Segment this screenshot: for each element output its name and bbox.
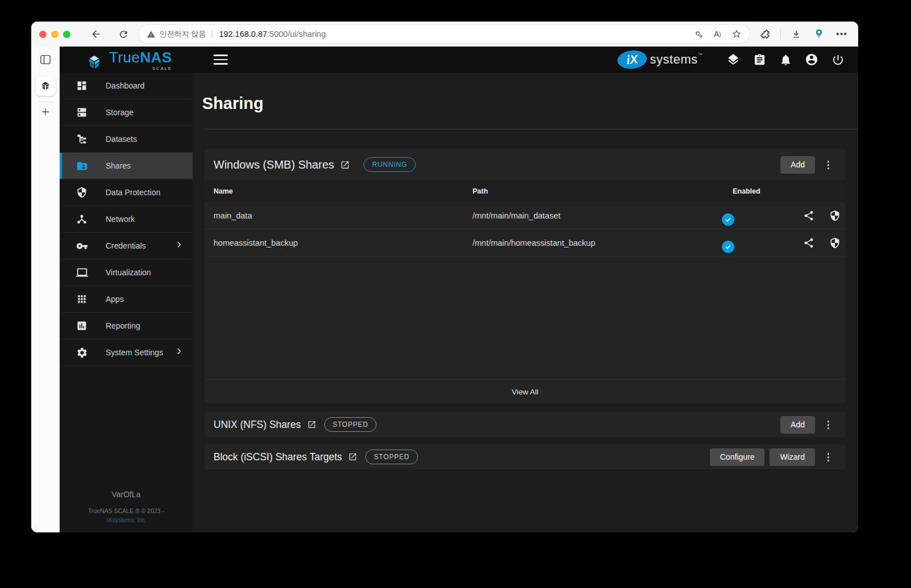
nfs-menu-button[interactable]: ⋮ — [820, 415, 837, 434]
not-secure-warning-icon — [147, 30, 156, 39]
browser-toolbar: 안전하지 않음 192.168.0.87:5000/ui/sharing A) — [31, 22, 858, 47]
nfs-add-button[interactable]: Add — [780, 416, 815, 434]
downloads-button[interactable] — [787, 26, 806, 43]
share-path: /mnt/main/homeassistant_backup — [473, 238, 733, 247]
tab-panel-button[interactable] — [40, 54, 51, 67]
maximize-window-button[interactable] — [63, 31, 70, 38]
active-tab-truenas[interactable] — [36, 76, 56, 96]
jobs-button[interactable] — [748, 48, 771, 71]
shield-permissions-icon — [829, 210, 841, 221]
smb-add-button[interactable]: Add — [780, 156, 815, 174]
smb-status-badge: RUNNING — [363, 157, 416, 172]
address-bar[interactable]: 안전하지 않음 192.168.0.87:5000/ui/sharing A) — [139, 25, 750, 43]
open-in-new-icon[interactable] — [307, 420, 316, 429]
laptop-icon — [76, 267, 88, 279]
notifications-button[interactable] — [774, 48, 797, 71]
ix-logo-mark: iX — [617, 49, 648, 70]
sidebar-item-apps[interactable]: Apps — [60, 286, 193, 313]
shield-permissions-icon — [829, 237, 841, 249]
reload-button[interactable] — [114, 26, 133, 43]
iscsi-card-title: Block (iSCSI) Shares Targets — [214, 451, 342, 463]
truecommand-button[interactable] — [722, 48, 745, 71]
apps-grid-icon — [76, 293, 88, 305]
sidebar-item-label: Reporting — [106, 321, 140, 330]
edit-permissions-button[interactable] — [829, 210, 841, 221]
power-icon — [831, 53, 845, 66]
sidebar-item-storage[interactable]: Storage — [60, 99, 193, 126]
share-icon — [803, 237, 814, 249]
nfs-shares-card: UNIX (NFS) Shares STOPPED Add ⋮ — [204, 412, 846, 437]
iscsi-menu-button[interactable]: ⋮ — [820, 447, 837, 467]
window-controls — [39, 31, 70, 38]
truenas-logo[interactable]: TrueNAS SCALE — [85, 50, 172, 70]
dashboard-icon — [76, 80, 88, 91]
browser-menu-button[interactable]: ••• — [832, 26, 851, 43]
pin-icon — [814, 28, 824, 40]
close-window-button[interactable] — [39, 31, 47, 38]
sidebar-item-label: System Settings — [106, 348, 163, 357]
truenas-logo-icon — [85, 55, 104, 70]
open-in-new-icon[interactable] — [340, 160, 350, 170]
hostname-label: VarOfLa — [60, 490, 193, 499]
sidebar-item-reporting[interactable]: Reporting — [60, 313, 193, 339]
sidebar-item-label: Data Protection — [106, 188, 161, 197]
power-button[interactable] — [826, 48, 849, 71]
open-in-new-icon[interactable] — [348, 452, 357, 461]
smb-menu-button[interactable]: ⋮ — [820, 155, 837, 174]
extensions-button[interactable] — [755, 26, 775, 43]
sidebar-item-system-settings[interactable]: System Settings — [60, 339, 193, 366]
edit-acl-share-button[interactable] — [803, 210, 814, 221]
share-path: /mnt/main/main_dataset — [473, 211, 733, 220]
favorite-button[interactable] — [728, 26, 745, 43]
gear-icon — [76, 347, 88, 359]
pinned-extension-button[interactable] — [809, 26, 829, 43]
table-row: main_data /mnt/main/main_dataset — [204, 202, 846, 229]
ixsystems-logo[interactable]: iX systems™ — [617, 51, 703, 69]
minimize-window-button[interactable] — [51, 31, 58, 38]
new-tab-button[interactable] — [40, 107, 51, 119]
iscsi-configure-button[interactable]: Configure — [710, 448, 765, 466]
sidebar-item-label: Network — [106, 215, 135, 224]
sidebar-item-label: Credentials — [106, 241, 146, 250]
smb-table-header: Name Path Enabled — [204, 180, 846, 202]
edit-acl-share-button[interactable] — [803, 237, 814, 249]
iscsi-wizard-button[interactable]: Wizard — [770, 448, 815, 466]
sidebar-item-shares[interactable]: Shares — [60, 153, 193, 179]
read-aloud-button[interactable]: A) — [709, 26, 726, 43]
url-path: :5000/ui/sharing — [267, 30, 325, 39]
page-title: Sharing — [193, 73, 858, 112]
truenas-favicon — [39, 81, 52, 91]
brand-edition: SCALE — [152, 66, 172, 71]
sidebar-item-label: Storage — [106, 108, 133, 117]
truecommand-icon — [726, 53, 740, 66]
title-divider — [205, 129, 858, 129]
sidebar-item-datasets[interactable]: Datasets — [60, 126, 193, 153]
url-host: 192.168.0.87 — [219, 30, 268, 39]
back-button[interactable] — [86, 26, 106, 43]
chevron-right-icon — [174, 347, 183, 358]
sidebar-item-virtualization[interactable]: Virtualization — [60, 259, 193, 286]
view-all-button[interactable]: View All — [204, 379, 846, 404]
read-aloud-icon: A — [714, 30, 719, 39]
edit-permissions-button[interactable] — [829, 237, 841, 249]
share-name: main_data — [214, 211, 473, 220]
nfs-status-badge: STOPPED — [324, 417, 377, 432]
url-text[interactable]: 192.168.0.87:5000/ui/sharing — [219, 30, 689, 39]
account-button[interactable] — [800, 48, 823, 71]
ixsystems-link[interactable]: iXsystems, Inc — [60, 516, 193, 523]
table-row: homeassistant_backup /mnt/main/homeassis… — [204, 229, 846, 257]
sidenav-toggle-button[interactable] — [210, 49, 232, 70]
password-key-button[interactable] — [689, 26, 707, 43]
star-icon — [732, 29, 742, 39]
sidebar-item-network[interactable]: Network — [60, 206, 193, 233]
nfs-card-title: UNIX (NFS) Shares — [214, 419, 301, 431]
key-icon — [76, 240, 88, 252]
extensions-icon — [760, 29, 771, 40]
security-status-label[interactable]: 안전하지 않음 — [160, 29, 206, 39]
sidebar-item-data-protection[interactable]: Data Protection — [60, 179, 193, 206]
download-icon — [791, 29, 801, 39]
sidebar-item-dashboard[interactable]: Dashboard — [60, 73, 193, 99]
network-icon — [76, 213, 88, 225]
app-header: TrueNAS SCALE iX systems™ — [60, 47, 858, 73]
sidebar-item-credentials[interactable]: Credentials — [60, 233, 193, 259]
